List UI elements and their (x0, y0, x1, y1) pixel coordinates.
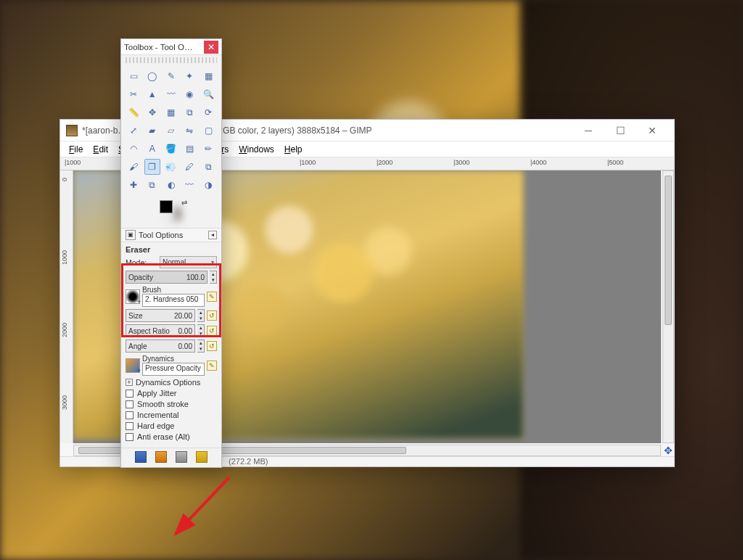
swap-colors-icon[interactable]: ⇄ (181, 199, 187, 207)
tool-flip[interactable]: ⇋ (181, 123, 197, 139)
tool-dodge-burn[interactable]: ◑ (200, 177, 216, 193)
toolbox-window: Toolbox - Tool O… ✕ ▭◯✎✦▦✂▲〰◉🔍📏✥▦⧉⟳⤢▰▱⇋▢… (120, 38, 222, 468)
tool-scale[interactable]: ⤢ (126, 123, 141, 139)
tool-options-footer (121, 448, 221, 467)
tool-rotate[interactable]: ⟳ (200, 104, 216, 120)
tool-shear[interactable]: ▰ (144, 123, 160, 139)
tool-ellipse-select[interactable]: ◯ (144, 68, 160, 84)
tool-name-label: Eraser (126, 245, 217, 254)
hard-edge-checkbox[interactable]: Hard edge (126, 421, 217, 430)
brush-label: Brush (142, 286, 205, 294)
ruler-vertical[interactable]: 0 1000 2000 3000 (60, 170, 73, 443)
fg-bg-color[interactable]: ⇄ (157, 199, 186, 223)
size-row: Size 20.00 ▴▾ ↺ (126, 309, 217, 322)
foreground-color-swatch[interactable] (160, 200, 173, 213)
brush-name-field[interactable]: 2. Hardness 050 (142, 294, 205, 307)
size-reset-icon[interactable]: ↺ (207, 310, 217, 321)
tool-zoom[interactable]: 🔍 (200, 86, 216, 102)
opacity-value: 100.0 (186, 273, 205, 281)
tool-blur-sharpen[interactable]: ◐ (163, 177, 179, 193)
brush-edit-icon[interactable]: ✎ (207, 292, 217, 302)
aspect-label: Aspect Ratio (128, 327, 170, 335)
menu-windows[interactable]: Windows (234, 143, 279, 156)
tool-rect-select[interactable]: ▭ (126, 68, 141, 84)
aspect-reset-icon[interactable]: ↺ (207, 326, 217, 336)
opacity-slider[interactable]: Opacity 100.0 (126, 271, 208, 284)
dynamics-options-label: Dynamics Options (136, 378, 200, 387)
aspect-slider[interactable]: Aspect Ratio 0.00 (126, 324, 195, 337)
save-options-icon[interactable] (135, 451, 147, 463)
tool-heal[interactable]: ✚ (126, 177, 141, 193)
smooth-stroke-checkbox[interactable]: Smooth stroke (126, 400, 217, 408)
tool-paintbrush[interactable]: 🖌 (126, 159, 141, 175)
menu-file[interactable]: File (65, 143, 87, 156)
aspect-row: Aspect Ratio 0.00 ▴▾ ↺ (126, 324, 217, 337)
opacity-spinner[interactable]: ▴▾ (210, 271, 217, 284)
tool-paths[interactable]: 〰 (163, 86, 179, 102)
hard-edge-label: Hard edge (137, 421, 174, 430)
navigation-icon[interactable]: ✥ (662, 445, 674, 456)
minimize-button[interactable]: ─ (572, 120, 604, 141)
tool-align[interactable]: ▦ (163, 104, 179, 120)
restore-options-icon[interactable] (155, 451, 167, 463)
tool-clone[interactable]: ⧉ (200, 159, 216, 175)
tool-free-select[interactable]: ✎ (163, 68, 179, 84)
dynamics-preview[interactable] (126, 358, 140, 373)
tool-options-header[interactable]: ▣ Tool Options ◂ (121, 228, 221, 242)
apply-jitter-checkbox[interactable]: Apply Jitter (126, 389, 217, 398)
tool-color-picker[interactable]: ◉ (181, 86, 197, 102)
menu-help[interactable]: Help (280, 143, 307, 156)
dynamics-name-field[interactable]: Pressure Opacity (142, 363, 205, 376)
tool-move[interactable]: ✥ (144, 104, 160, 120)
tool-airbrush[interactable]: 💨 (163, 159, 179, 175)
dock-icon[interactable]: ▣ (126, 230, 136, 240)
angle-spinner[interactable]: ▴▾ (197, 339, 205, 353)
toolbox-title: Toolbox - Tool O… (124, 43, 204, 52)
maximize-button[interactable]: ☐ (604, 120, 636, 141)
size-value: 20.00 (174, 312, 192, 320)
aspect-spinner[interactable]: ▴▾ (197, 324, 205, 337)
menu-edit[interactable]: Edit (89, 143, 112, 156)
mode-select[interactable]: Normal▾ (160, 256, 217, 268)
tool-scissors[interactable]: ✂ (126, 86, 141, 102)
tool-ink[interactable]: 🖊 (181, 159, 197, 175)
size-spinner[interactable]: ▴▾ (197, 309, 205, 322)
tool-eraser[interactable]: ❐ (144, 159, 160, 175)
reset-options-icon[interactable] (196, 451, 208, 463)
tool-perspective-clone[interactable]: ⧉ (144, 177, 160, 193)
size-slider[interactable]: Size 20.00 (126, 309, 195, 322)
tool-blend[interactable]: ▤ (181, 141, 197, 157)
tool-cage[interactable]: ▢ (200, 123, 216, 139)
toolbox-close-button[interactable]: ✕ (204, 41, 218, 54)
tool-perspective[interactable]: ▱ (163, 123, 179, 139)
dynamics-edit-icon[interactable]: ✎ (207, 361, 217, 371)
angle-row: Angle 0.00 ▴▾ ↺ (126, 339, 217, 353)
angle-slider[interactable]: Angle 0.00 (126, 339, 195, 353)
brush-row: Brush 2. Hardness 050 ✎ (126, 286, 217, 307)
close-button[interactable]: ✕ (636, 120, 668, 141)
dynamics-options-expander[interactable]: +Dynamics Options (126, 378, 217, 387)
delete-options-icon[interactable] (176, 451, 187, 463)
scrollbar-vertical[interactable] (662, 170, 674, 443)
tool-text[interactable]: A (144, 141, 160, 157)
tool-smudge[interactable]: 〰 (181, 177, 197, 193)
toolbox-titlebar[interactable]: Toolbox - Tool O… ✕ (121, 39, 221, 55)
tool-bucket-fill[interactable]: 🪣 (163, 141, 179, 157)
tool-crop[interactable]: ⧉ (181, 104, 197, 120)
anti-erase-checkbox[interactable]: Anti erase (Alt) (126, 432, 217, 441)
brush-preview[interactable] (126, 289, 140, 304)
options-menu-icon[interactable]: ◂ (208, 231, 217, 239)
angle-label: Angle (128, 342, 147, 350)
dynamics-label: Dynamics (142, 355, 205, 363)
tool-foreground-select[interactable]: ▲ (144, 86, 160, 102)
tool-pencil[interactable]: ✏ (200, 141, 216, 157)
incremental-checkbox[interactable]: Incremental (126, 411, 217, 419)
apply-jitter-label: Apply Jitter (137, 389, 176, 398)
tool-warp[interactable]: ◠ (126, 141, 141, 157)
tool-measure[interactable]: 📏 (126, 104, 141, 120)
toolbox-drag-handle[interactable] (126, 57, 217, 63)
tool-fuzzy-select[interactable]: ✦ (181, 68, 197, 84)
tool-by-color-select[interactable]: ▦ (200, 68, 216, 84)
opacity-row: Opacity 100.0 ▴▾ (126, 271, 217, 284)
angle-reset-icon[interactable]: ↺ (207, 341, 217, 351)
